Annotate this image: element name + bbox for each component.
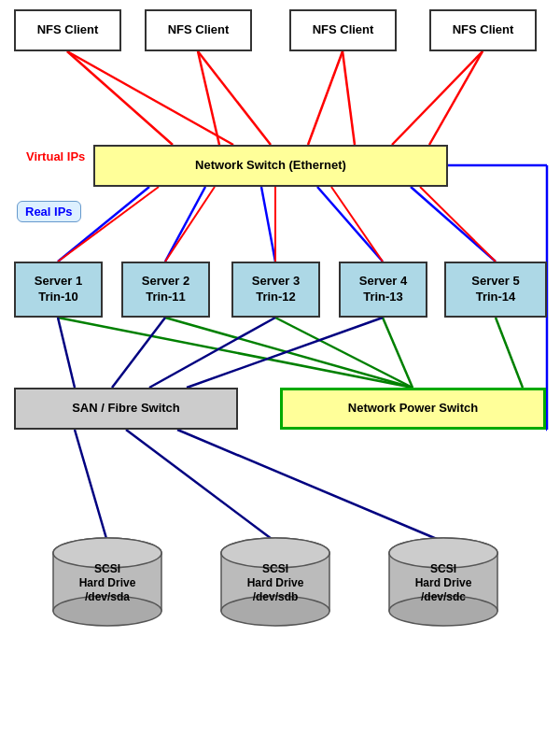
server-1: Server 1Trin-10 — [14, 262, 103, 318]
svg-text:SCSI: SCSI — [94, 562, 120, 575]
svg-text:Hard Drive: Hard Drive — [247, 576, 304, 589]
server-3: Server 3Trin-12 — [231, 262, 320, 318]
svg-line-10 — [261, 187, 275, 262]
svg-text:/dev/sdb: /dev/sdb — [253, 590, 299, 603]
server-4: Server 4Trin-13 — [339, 262, 427, 318]
svg-line-0 — [67, 51, 173, 145]
svg-line-25 — [383, 318, 413, 388]
svg-line-11 — [317, 187, 383, 262]
virtual-ips-label: Virtual IPs — [26, 149, 85, 163]
svg-text:Hard Drive: Hard Drive — [79, 576, 136, 589]
svg-line-32 — [126, 430, 275, 542]
network-power-switch: Network Power Switch — [280, 388, 546, 430]
nfs-client-3: NFS Client — [289, 9, 397, 51]
server-5: Server 5Trin-14 — [444, 262, 547, 318]
svg-line-33 — [177, 430, 443, 542]
real-ips-label: Real IPs — [17, 201, 81, 222]
svg-line-26 — [496, 318, 523, 388]
svg-text:SCSI: SCSI — [430, 562, 456, 575]
svg-line-28 — [112, 318, 165, 388]
svg-text:Hard Drive: Hard Drive — [415, 576, 472, 589]
svg-line-24 — [275, 318, 413, 388]
nfs-client-4: NFS Client — [429, 9, 537, 51]
nfs-client-1: NFS Client — [14, 9, 121, 51]
nfs-client-2: NFS Client — [145, 9, 252, 51]
svg-line-22 — [58, 318, 413, 388]
svg-line-20 — [331, 187, 383, 262]
svg-text:/dev/sda: /dev/sda — [85, 590, 130, 603]
svg-line-21 — [420, 187, 496, 262]
svg-line-31 — [75, 430, 107, 542]
server-2: Server 2Trin-11 — [121, 262, 210, 318]
svg-line-29 — [149, 318, 275, 388]
svg-line-4 — [308, 51, 343, 145]
svg-text:SCSI: SCSI — [262, 562, 288, 575]
svg-line-12 — [411, 187, 496, 262]
svg-line-30 — [187, 318, 383, 388]
svg-line-27 — [58, 318, 75, 388]
san-fibre-switch: SAN / Fibre Switch — [14, 388, 238, 430]
network-switch: Network Switch (Ethernet) — [93, 145, 448, 187]
svg-text:/dev/sdc: /dev/sdc — [421, 590, 466, 603]
svg-line-18 — [165, 187, 215, 262]
svg-line-17 — [58, 187, 159, 262]
svg-line-9 — [165, 187, 205, 262]
svg-line-23 — [165, 318, 413, 388]
svg-line-5 — [343, 51, 355, 145]
